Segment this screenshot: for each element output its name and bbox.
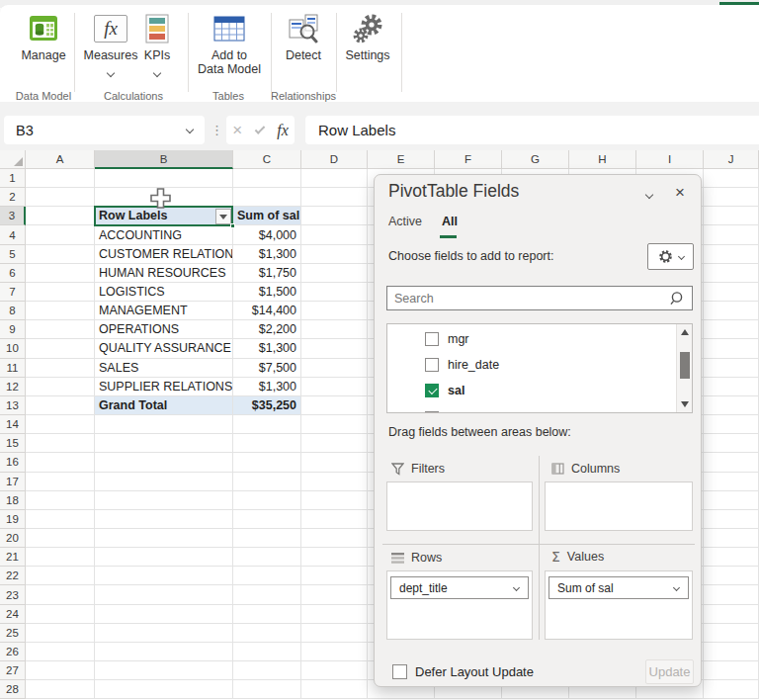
cell-J3[interactable] bbox=[704, 207, 759, 225]
cancel-icon[interactable]: × bbox=[232, 122, 242, 138]
cell-B26[interactable] bbox=[95, 643, 233, 661]
row-header-5[interactable]: 5 bbox=[0, 245, 26, 264]
cell-B3[interactable]: Row Labels bbox=[95, 207, 233, 225]
tab-all[interactable]: All bbox=[442, 215, 458, 228]
cell-J21[interactable] bbox=[704, 548, 759, 567]
column-header-C[interactable]: C bbox=[233, 150, 301, 169]
cell-A25[interactable] bbox=[26, 624, 95, 643]
column-header-I[interactable]: I bbox=[636, 150, 704, 169]
cell-D27[interactable] bbox=[301, 661, 368, 680]
column-header-H[interactable]: H bbox=[569, 150, 636, 169]
cell-D19[interactable] bbox=[301, 510, 368, 529]
cell-B14[interactable] bbox=[95, 415, 233, 434]
checkbox-unchecked[interactable] bbox=[425, 411, 439, 413]
columns-drop-zone[interactable] bbox=[545, 481, 693, 531]
update-button[interactable]: Update bbox=[645, 659, 694, 684]
cell-B9[interactable]: OPERATIONS bbox=[95, 320, 233, 339]
cell-D22[interactable] bbox=[301, 567, 368, 585]
cell-C24[interactable] bbox=[233, 605, 301, 624]
cell-C2[interactable] bbox=[233, 188, 301, 207]
enter-icon[interactable] bbox=[254, 124, 265, 134]
cell-D6[interactable] bbox=[301, 264, 368, 283]
row-labels-filter-button[interactable] bbox=[215, 209, 231, 224]
cell-B27[interactable] bbox=[95, 661, 233, 680]
cell-B24[interactable] bbox=[95, 605, 233, 624]
cell-D13[interactable] bbox=[301, 396, 368, 415]
cell-J5[interactable] bbox=[704, 245, 759, 264]
cell-B21[interactable] bbox=[95, 548, 233, 567]
cell-A10[interactable] bbox=[26, 339, 95, 358]
cell-A20[interactable] bbox=[26, 529, 95, 548]
cell-B28[interactable] bbox=[95, 680, 233, 699]
cell-J10[interactable] bbox=[704, 339, 759, 358]
chevron-down-icon[interactable] bbox=[513, 584, 520, 591]
filters-drop-zone[interactable] bbox=[386, 481, 533, 531]
cell-B25[interactable] bbox=[95, 624, 233, 643]
cell-C28[interactable] bbox=[233, 680, 301, 699]
manage-button[interactable]: Manage bbox=[16, 13, 71, 62]
scroll-down-icon[interactable] bbox=[681, 401, 689, 407]
row-header-4[interactable]: 4 bbox=[0, 225, 26, 244]
row-header-25[interactable]: 25 bbox=[0, 624, 26, 643]
cell-J12[interactable] bbox=[704, 378, 759, 396]
cell-J9[interactable] bbox=[704, 320, 759, 339]
cell-B19[interactable] bbox=[95, 510, 233, 529]
cell-A26[interactable] bbox=[26, 643, 95, 661]
row-header-21[interactable]: 21 bbox=[0, 548, 26, 567]
cell-D3[interactable] bbox=[301, 207, 368, 225]
pane-collapse-button[interactable] bbox=[639, 185, 659, 205]
cell-C18[interactable] bbox=[233, 491, 301, 510]
row-header-2[interactable]: 2 bbox=[0, 188, 26, 207]
cell-A11[interactable] bbox=[26, 359, 95, 378]
cell-A4[interactable] bbox=[26, 225, 95, 244]
cell-C23[interactable] bbox=[233, 585, 301, 604]
cell-A8[interactable] bbox=[26, 302, 95, 320]
cell-C10[interactable]: $1,300 bbox=[233, 339, 301, 358]
cell-A24[interactable] bbox=[26, 605, 95, 624]
cell-J19[interactable] bbox=[704, 510, 759, 529]
column-header-F[interactable]: F bbox=[435, 150, 502, 169]
cell-A19[interactable] bbox=[26, 510, 95, 529]
name-box[interactable] bbox=[4, 116, 205, 144]
cell-A16[interactable] bbox=[26, 453, 95, 472]
row-header-23[interactable]: 23 bbox=[0, 585, 26, 604]
column-header-B[interactable]: B bbox=[95, 150, 233, 169]
name-box-input[interactable] bbox=[16, 123, 174, 138]
cell-D7[interactable] bbox=[301, 283, 368, 302]
row-header-16[interactable]: 16 bbox=[0, 453, 26, 472]
cell-C27[interactable] bbox=[233, 661, 301, 680]
cell-C26[interactable] bbox=[233, 643, 301, 661]
cell-J26[interactable] bbox=[704, 643, 759, 661]
cell-A5[interactable] bbox=[26, 245, 95, 264]
row-header-28[interactable]: 28 bbox=[0, 680, 26, 699]
row-header-1[interactable]: 1 bbox=[0, 169, 26, 188]
cell-B8[interactable]: MANAGEMENT bbox=[95, 302, 233, 320]
cell-B1[interactable] bbox=[95, 169, 233, 188]
cell-D1[interactable] bbox=[301, 169, 368, 188]
cell-D5[interactable] bbox=[301, 245, 368, 264]
cell-A17[interactable] bbox=[26, 473, 95, 491]
cell-C3[interactable]: Sum of sal bbox=[233, 207, 301, 225]
cell-D4[interactable] bbox=[301, 225, 368, 244]
cell-A13[interactable] bbox=[26, 396, 95, 415]
formula-bar-grip[interactable]: ⋮ bbox=[211, 116, 223, 144]
cell-B11[interactable]: SALES bbox=[95, 359, 233, 378]
row-header-24[interactable]: 24 bbox=[0, 605, 26, 624]
field-item-hire-date[interactable]: hire_date bbox=[387, 352, 674, 378]
cell-J2[interactable] bbox=[704, 188, 759, 207]
checkbox-unchecked[interactable] bbox=[425, 332, 439, 346]
cell-A15[interactable] bbox=[26, 434, 95, 453]
cell-B23[interactable] bbox=[95, 585, 233, 604]
cell-J15[interactable] bbox=[704, 434, 759, 453]
cell-B20[interactable] bbox=[95, 529, 233, 548]
kpis-button[interactable]: KPIs bbox=[138, 13, 176, 80]
cell-B17[interactable] bbox=[95, 473, 233, 491]
cell-D26[interactable] bbox=[301, 643, 368, 661]
cell-B22[interactable] bbox=[95, 567, 233, 585]
cell-D18[interactable] bbox=[301, 491, 368, 510]
row-header-19[interactable]: 19 bbox=[0, 510, 26, 529]
column-header-G[interactable]: G bbox=[502, 150, 569, 169]
cell-A1[interactable] bbox=[26, 169, 95, 188]
checkbox-checked[interactable] bbox=[425, 384, 439, 397]
cell-C5[interactable]: $1,300 bbox=[233, 245, 301, 264]
